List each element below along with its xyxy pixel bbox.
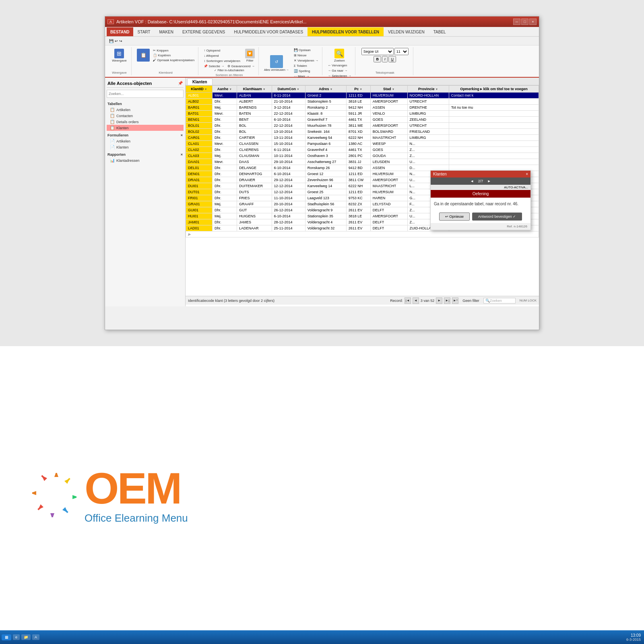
btn-alles[interactable]: ↺ Alles vernieuwen → [263,54,290,72]
btn-sorteren-verwijderen[interactable]: ↕ Sorteringen verwijderen [202,59,242,63]
table-new-row[interactable]: ▶ [186,231,539,237]
taskbar-explorer[interactable]: 📁 [21,634,31,640]
sidebar-pin[interactable]: 📌 [178,81,183,85]
btn-opnieuw[interactable]: ↩ Opnieuw [439,213,470,221]
nav-prev[interactable]: ◄ [413,297,419,304]
qa-save[interactable]: 💾 [109,39,114,43]
minimize-btn[interactable]: ─ [513,19,520,25]
cell-aanhef: Dhr. [212,195,237,201]
sidebar-item-klanten[interactable]: 📋 Klanten [107,125,184,131]
data-tab-klanten[interactable]: Klanten [187,78,213,85]
table-row[interactable]: CLA02Dhr.CLAERENS6-11-2014Gravenhof 4446… [186,147,539,153]
table-row[interactable]: ALB01Mevr.ALBAN6-11-2014Groest 21211 EDH… [186,93,539,99]
btn-kopieren[interactable]: 📋 Kopiëren [152,53,196,58]
tab-hulpmiddelen-db[interactable]: HULPMIDDELEN VOOR DATABASES [229,27,308,36]
btn-opslaan[interactable]: 💾 Opslaan [293,48,320,52]
taskbar-ie[interactable]: e [13,634,20,640]
cell-klantnaam: JAMES [237,219,272,225]
sidebar-item-artikelen[interactable]: 📋 Artikelen [107,107,184,113]
btn-plakken[interactable]: 📋 [136,48,151,63]
table-row[interactable]: BOL01Dhr.BOL22-12-2014Muurhuizen 783811 … [186,123,539,129]
font-size-selector[interactable]: 11 [394,48,409,55]
col-header-provincie[interactable]: Provincie [407,86,449,93]
section-collapse-rapporten[interactable]: × [181,153,183,157]
sidebar-item-form-artikelen[interactable]: 📄 Artikelen [107,138,184,144]
tab-start[interactable]: START [133,27,155,36]
btn-geavanceerd[interactable]: ⚙ Geavanceerd → [226,64,256,68]
col-header-adres[interactable]: Adres [305,86,346,93]
tab-externe[interactable]: EXTERNE GEGEVENS [178,27,229,36]
btn-antwoord[interactable]: Antwoord bevestigen ✓ [472,213,522,221]
qa-undo[interactable]: ↩ [115,39,118,43]
btn-zoeken[interactable]: 🔍 Zoeken [333,48,346,63]
btn-vervangen[interactable]: ↔ Vervangen [326,63,353,68]
col-header-klantnaam[interactable]: KlantNaam [237,86,272,93]
btn-ga-naar[interactable]: → Ga naar → [326,68,353,73]
btn-oplopend[interactable]: ↑ Oplopend [202,48,242,53]
col-header-opmerking[interactable]: Opmerking ▸ klik om titel toe te voegen [449,86,539,93]
tab-maken[interactable]: MAKEN [155,27,178,36]
btn-spelling[interactable]: 🔤 Spelling [293,69,320,73]
btn-selectie[interactable]: 📌 Selectie → [202,64,225,68]
cell-opmerking [449,117,539,123]
col-header-stad[interactable]: Stad [370,86,407,93]
cell-aanhef: Mevr. [212,93,237,99]
table-row[interactable]: ALB02Dhr.ALBERT21-10-2014Stationsplein 5… [186,99,539,105]
tab-tabel[interactable]: TABEL [429,27,450,36]
btn-verwijderen[interactable]: ✕ Verwijderen → [293,58,320,63]
btn-italic[interactable]: I [382,56,388,62]
table-row[interactable]: BAT01Mevr.BATEN22-12-2014Klaastr. 85911 … [186,111,539,117]
sidebar-label-contacten: Contacten [116,114,133,118]
btn-weergave[interactable]: ⊞ Weergave [111,48,128,63]
nav-new[interactable]: ►* [452,297,458,304]
tab-velden[interactable]: VELDEN WIJZIGEN [384,27,429,36]
taskbar-access[interactable]: A [32,634,39,640]
btn-opmaak[interactable]: 🖌 Opmaak kopiëren/plakken [152,58,196,62]
start-btn[interactable]: ⊞ [2,634,11,640]
nav-last[interactable]: ►| [444,297,450,304]
sidebar-item-details[interactable]: 📋 Details orders [107,119,184,125]
table-row[interactable]: BOL02Dhr.BOL13-10-2014Snekestr. 1648701 … [186,129,539,135]
btn-nieuw[interactable]: ⊞ Nieuw [293,53,320,58]
table-row[interactable]: DAA01Mevr.DAAS29-10-2014Asschatterweg 27… [186,159,539,165]
close-btn[interactable]: × [529,19,537,25]
table-row[interactable]: BAR01Mej.BARENDS3-12-2014Ronskamp 29412 … [186,105,539,111]
btn-aflopend[interactable]: ↓ Aflopend [202,54,242,58]
btn-underline[interactable]: U [388,56,396,62]
popup-nav-next[interactable]: ► [487,179,491,183]
font-row: Segoe UI 11 [361,48,409,55]
col-header-aanhef[interactable]: Aanhe [212,86,237,93]
cell-adres: Groest 2 [305,93,346,99]
nav-next[interactable]: ► [436,297,442,304]
table-row[interactable]: CLA01Mevr.CLAASSEN15-10-2014Pampuslaan 6… [186,141,539,147]
sidebar-item-klantadressen[interactable]: 📊 Klantadressen [107,157,184,163]
btn-filter[interactable]: 🔽 Filter [244,48,256,63]
tab-hulpmiddelen-tabel[interactable]: HULPMIDDELEN VOOR TABELLEN [308,27,384,36]
col-header-klantid[interactable]: KlantID [186,86,213,93]
btn-filter-uitschakelen[interactable]: ✓ Filter in-/uitschakelen [213,68,245,72]
qa-redo[interactable]: ↪ [119,39,122,43]
btn-knippen[interactable]: ✂ Knippen [152,48,196,53]
svg-rect-11 [52,515,53,517]
font-selector[interactable]: Segoe UI [361,48,394,55]
cell-pc: 2611 EV [346,225,370,231]
btn-bold[interactable]: B [374,56,381,62]
table-row[interactable]: CLA03Mej.CLAUSMAN10-11-2014Oosthaven 328… [186,153,539,159]
maximize-btn[interactable]: □ [521,19,528,25]
col-header-pc[interactable]: Pc [346,86,370,93]
nav-first[interactable]: |◄ [405,297,411,304]
sidebar-item-form-klanten[interactable]: 📄 Klanten [107,144,184,150]
sidebar-search[interactable] [107,90,184,98]
table-row[interactable]: CAR01Dhr.CARTIER13-11-2014Kanveelweg 546… [186,135,539,141]
taskbar-time: 13:09 6-3-2015 [626,633,641,642]
status-bar: Identificatiecode klant (3 letters gevol… [186,296,539,305]
btn-totalen[interactable]: Σ Totalen [293,64,320,68]
col-header-datumcon[interactable]: DatumCon [272,86,305,93]
sidebar-item-contacten[interactable]: 📋 Contacten [107,113,184,119]
popup-nav-prev[interactable]: ◄ [470,179,474,183]
section-collapse-formulieren[interactable]: × [181,133,183,137]
cell-klantid: LAD01 [186,225,213,231]
popup-close-btn[interactable]: × [526,172,528,176]
tab-bestand[interactable]: BESTAND [107,27,133,36]
table-row[interactable]: BEN01Dhr.BENT6-10-2014Gravenhof 74461 TX… [186,117,539,123]
